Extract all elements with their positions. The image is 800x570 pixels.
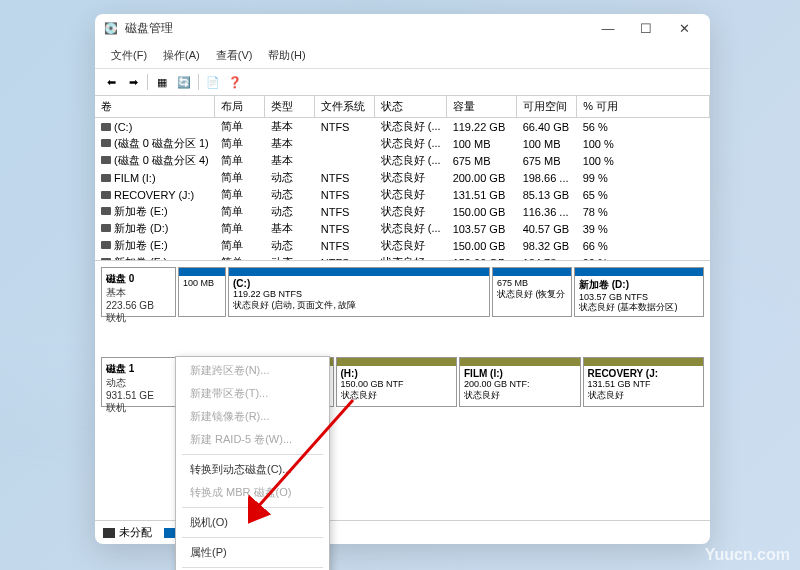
table-row[interactable]: (C:)简单基本NTFS状态良好 (...119.22 GB66.40 GB56… xyxy=(95,118,710,136)
cm-to-mbr: 转换成 MBR 磁盘(O) xyxy=(178,481,327,504)
minimize-button[interactable]: — xyxy=(598,21,618,36)
menu-view[interactable]: 查看(V) xyxy=(208,45,261,66)
app-icon: 💽 xyxy=(103,21,119,37)
disk0-part4[interactable]: 新加卷 (D:) 103.57 GB NTFS 状态良好 (基本数据分区) xyxy=(574,267,704,317)
disk0-part2[interactable]: (C:) 119.22 GB NTFS 状态良好 (启动, 页面文件, 故障 xyxy=(228,267,490,317)
table-row[interactable]: 新加卷 (E:)简单动态NTFS状态良好150.00 GB116.36 ...7… xyxy=(95,203,710,220)
table-row[interactable]: (磁盘 0 磁盘分区 1)简单基本状态良好 (...100 MB100 MB10… xyxy=(95,135,710,152)
legend-unalloc: 未分配 xyxy=(119,526,152,538)
close-button[interactable]: ✕ xyxy=(674,21,694,36)
list-icon[interactable]: ▦ xyxy=(152,72,172,92)
cm-new-span: 新建跨区卷(N)... xyxy=(178,359,327,382)
table-row[interactable]: 新加卷 (E:)简单动态NTFS状态良好150.00 GB98.32 GB66 … xyxy=(95,237,710,254)
titlebar: 💽 磁盘管理 — ☐ ✕ xyxy=(95,14,710,43)
window-title: 磁盘管理 xyxy=(125,20,598,37)
table-row[interactable]: 新加卷 (F:)简单动态NTFS状态良好150.00 GB134.78 ...9… xyxy=(95,254,710,261)
context-menu: 新建跨区卷(N)... 新建带区卷(T)... 新建镜像卷(R)... 新建 R… xyxy=(175,356,330,570)
disk-0-header[interactable]: 磁盘 0 基本 223.56 GB 联机 xyxy=(101,267,176,317)
disk0-part3[interactable]: 675 MB 状态良好 (恢复分 xyxy=(492,267,572,317)
col-pct[interactable]: % 可用 xyxy=(577,96,710,118)
table-row[interactable]: 新加卷 (D:)简单基本NTFS状态良好 (...103.57 GB40.57 … xyxy=(95,220,710,237)
watermark: Yuucn.com xyxy=(705,546,790,564)
disk1-part5[interactable]: RECOVERY (J: 131.51 GB NTF 状态良好 xyxy=(583,357,705,407)
cm-properties[interactable]: 属性(P) xyxy=(178,541,327,564)
sheet-icon[interactable]: 📄 xyxy=(203,72,223,92)
disk0-part1[interactable]: 100 MB xyxy=(178,267,226,317)
cm-offline[interactable]: 脱机(O) xyxy=(178,511,327,534)
col-free[interactable]: 可用空间 xyxy=(517,96,577,118)
col-volume[interactable]: 卷 xyxy=(95,96,215,118)
cm-new-raid5: 新建 RAID-5 卷(W)... xyxy=(178,428,327,451)
menu-action[interactable]: 操作(A) xyxy=(155,45,208,66)
toolbar: ⬅ ➡ ▦ 🔄 📄 ❓ xyxy=(95,69,710,96)
menubar: 文件(F) 操作(A) 查看(V) 帮助(H) xyxy=(95,43,710,69)
col-fs[interactable]: 文件系统 xyxy=(315,96,375,118)
menu-help[interactable]: 帮助(H) xyxy=(260,45,313,66)
menu-file[interactable]: 文件(F) xyxy=(103,45,155,66)
back-icon[interactable]: ⬅ xyxy=(101,72,121,92)
cm-new-mirror: 新建镜像卷(R)... xyxy=(178,405,327,428)
disk-0-row: 磁盘 0 基本 223.56 GB 联机 100 MB (C:) 119.22 … xyxy=(101,267,704,317)
refresh-icon[interactable]: 🔄 xyxy=(174,72,194,92)
cm-new-stripe: 新建带区卷(T)... xyxy=(178,382,327,405)
maximize-button[interactable]: ☐ xyxy=(636,21,656,36)
table-row[interactable]: FILM (I:)简单动态NTFS状态良好200.00 GB198.66 ...… xyxy=(95,169,710,186)
disk1-part3[interactable]: (H:) 150.00 GB NTF 状态良好 xyxy=(336,357,458,407)
table-row[interactable]: (磁盘 0 磁盘分区 4)简单基本状态良好 (...675 MB675 MB10… xyxy=(95,152,710,169)
forward-icon[interactable]: ➡ xyxy=(123,72,143,92)
col-layout[interactable]: 布局 xyxy=(215,96,265,118)
disk1-part4[interactable]: FILM (I:) 200.00 GB NTF: 状态良好 xyxy=(459,357,581,407)
volume-table[interactable]: 卷 布局 类型 文件系统 状态 容量 可用空间 % 可用 (C:)简单基本NTF… xyxy=(95,96,710,261)
disk-1-header[interactable]: 磁盘 1 动态 931.51 GE 联机 xyxy=(101,357,176,407)
col-status[interactable]: 状态 xyxy=(375,96,447,118)
table-row[interactable]: RECOVERY (J:)简单动态NTFS状态良好131.51 GB85.13 … xyxy=(95,186,710,203)
cm-to-dynamic[interactable]: 转换到动态磁盘(C)... xyxy=(178,458,327,481)
col-capacity[interactable]: 容量 xyxy=(447,96,517,118)
help-icon[interactable]: ❓ xyxy=(225,72,245,92)
col-type[interactable]: 类型 xyxy=(265,96,315,118)
